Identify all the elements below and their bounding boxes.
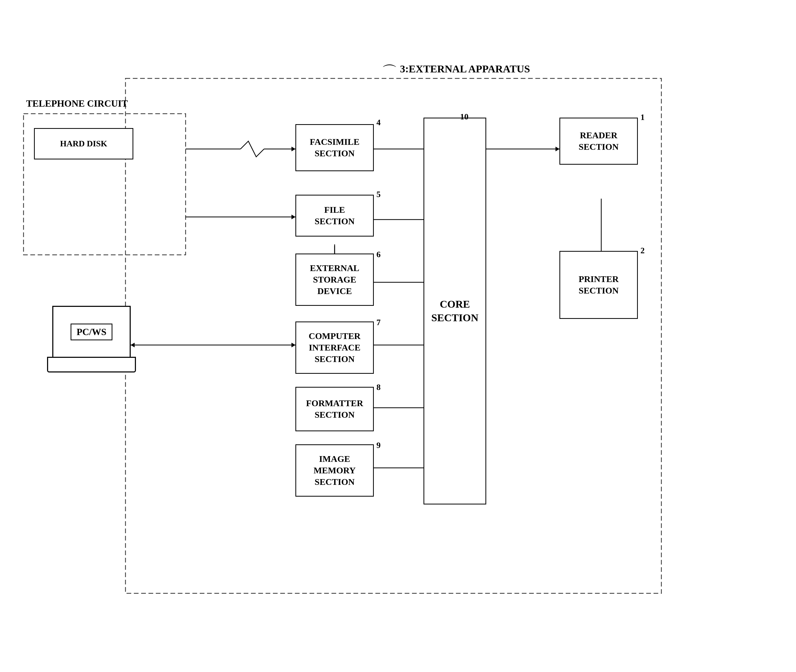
diagram-container: TELEPHONE CIRCUIT HARD DISK 3:EXTERNAL A… [21,47,779,648]
ref-7: 7 [376,318,381,327]
svg-marker-6 [291,214,295,219]
ref-1: 1 [641,112,645,122]
external-apparatus-label: 3:EXTERNAL APPARATUS [400,63,530,75]
hard-disk-box: HARD DISK [34,128,133,160]
telephone-circuit-label: TELEPHONE CIRCUIT [26,98,128,109]
pc-ws-laptop: PC/WS [47,306,136,379]
external-storage-box: EXTERNALSTORAGEDEVICE [295,254,374,306]
facsimile-section-box: FACSIMILESECTION [295,124,374,171]
svg-marker-14 [556,147,559,151]
svg-marker-4 [291,147,295,151]
formatter-section-box: FORMATTERSECTION [295,387,374,431]
ref-6: 6 [376,250,381,259]
file-section-box: FILESECTION [295,195,374,237]
printer-section-box: PRINTERSECTION [559,251,638,319]
curly-brace: ⌒ [382,61,397,83]
ref-9: 9 [376,440,381,450]
reader-section-box: READERSECTION [559,118,638,165]
ref-10: 10 [460,112,468,122]
core-section-box: CORESECTION [423,118,486,504]
image-memory-box: IMAGEMEMORYSECTION [295,444,374,497]
ref-5: 5 [376,189,381,199]
pc-ws-label: PC/WS [70,323,112,340]
ref-4: 4 [376,118,381,127]
ref-2: 2 [641,246,645,255]
computer-interface-box: COMPUTERINTERFACESECTION [295,322,374,374]
ref-8: 8 [376,382,381,392]
svg-marker-18 [291,342,295,347]
